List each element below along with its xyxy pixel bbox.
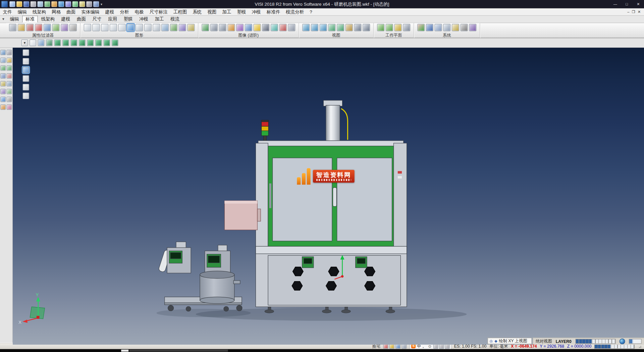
grid-tool-icon[interactable]: [0, 57, 6, 63]
trim-tool-icon[interactable]: [7, 50, 12, 55]
active-layer-label[interactable]: LAYER0: [556, 339, 572, 344]
workflow-tab[interactable]: 塑膜: [120, 16, 136, 23]
shaded-render-icon[interactable]: [202, 24, 209, 31]
pan-view-icon[interactable]: [328, 24, 335, 31]
group-tool-icon[interactable]: [7, 89, 12, 94]
select-all-filter-icon[interactable]: [22, 49, 29, 56]
filter-reset-icon[interactable]: [69, 24, 77, 31]
move-tool-icon[interactable]: [0, 65, 6, 71]
view-back-icon[interactable]: [71, 40, 77, 46]
taskbar-item[interactable]: [129, 350, 228, 352]
pump-unit-assembly[interactable]: [158, 242, 242, 311]
menu-item[interactable]: 模流分析: [283, 8, 307, 15]
help-icon[interactable]: [93, 1, 99, 7]
scale-tool-icon[interactable]: [7, 73, 12, 79]
workflow-tab[interactable]: 曲面: [73, 16, 89, 23]
workflow-tab[interactable]: 标准: [22, 16, 38, 23]
filter-layer-icon[interactable]: [44, 24, 51, 31]
select-group-filter-icon[interactable]: [22, 93, 29, 99]
layers-tool-icon[interactable]: [0, 89, 6, 94]
revolve-icon[interactable]: [179, 24, 186, 31]
transparency-icon[interactable]: [271, 24, 278, 31]
close-button[interactable]: ✕: [633, 0, 644, 8]
viewport-canvas[interactable]: Y X: [13, 48, 644, 345]
open-icon[interactable]: [16, 1, 22, 7]
draw-text-icon[interactable]: [187, 24, 195, 31]
workplane-entity-icon[interactable]: [386, 24, 393, 31]
filter-color-icon[interactable]: [52, 24, 60, 31]
menu-item[interactable]: 视图: [205, 8, 219, 15]
view-bottom-icon[interactable]: [104, 40, 110, 46]
zoom-window-icon[interactable]: [302, 24, 310, 31]
redo-icon[interactable]: [72, 1, 78, 7]
rotate-view-icon[interactable]: [337, 24, 344, 31]
wireframe-icon[interactable]: [210, 24, 218, 31]
section-view-icon[interactable]: [279, 24, 287, 31]
dimension-tool-icon[interactable]: [7, 81, 12, 86]
mdi-close-button[interactable]: ✕: [638, 10, 641, 14]
export-icon[interactable]: [58, 1, 64, 7]
plane-icon[interactable]: ◆: [494, 338, 497, 344]
absolute-view-label[interactable]: 绝对视图: [536, 339, 552, 344]
menu-item[interactable]: 系统: [190, 8, 205, 15]
menu-item[interactable]: 文件: [0, 8, 15, 15]
eraser-tool-icon[interactable]: [7, 104, 12, 110]
zoom-fit-icon[interactable]: [311, 24, 318, 31]
import-icon[interactable]: [51, 1, 57, 7]
print-preview-icon[interactable]: [37, 1, 43, 7]
menu-item[interactable]: 编辑: [15, 8, 30, 15]
lighting-icon[interactable]: [254, 24, 261, 31]
workplane-xy-icon[interactable]: [377, 24, 384, 31]
zoom-previous-icon[interactable]: [320, 24, 327, 31]
menu-item[interactable]: ?: [307, 8, 315, 15]
workflow-tab[interactable]: 应用: [105, 16, 120, 23]
texture-icon[interactable]: [245, 24, 252, 31]
copy-attributes-icon[interactable]: [18, 24, 25, 31]
draw-curve-icon[interactable]: [118, 24, 126, 31]
menu-item[interactable]: 电极: [132, 8, 147, 15]
hidden-line-icon[interactable]: [219, 24, 226, 31]
select-surface-filter-icon[interactable]: [22, 75, 29, 82]
select-view-cube-icon[interactable]: [46, 40, 53, 46]
workflow-tab[interactable]: 建模: [58, 16, 74, 23]
color-palette-icon[interactable]: [417, 24, 425, 31]
target-icon[interactable]: ◎: [490, 338, 493, 344]
draw-line-icon[interactable]: [93, 24, 100, 31]
snap-settings-icon[interactable]: [452, 24, 459, 31]
menu-item[interactable]: 曲面: [64, 8, 78, 15]
globe-icon[interactable]: [619, 339, 625, 344]
menu-item[interactable]: 尺寸标注: [147, 8, 170, 15]
qat-overflow-caret[interactable]: ▾: [101, 2, 102, 6]
new-doc-icon[interactable]: [9, 1, 15, 7]
settings-icon[interactable]: [86, 1, 92, 7]
draw-cone-icon[interactable]: [153, 24, 160, 31]
calc-tool-icon[interactable]: [7, 97, 12, 102]
menu-item[interactable]: 冲模: [249, 8, 264, 15]
save-icon[interactable]: [23, 1, 29, 7]
view-front-icon[interactable]: [62, 40, 69, 46]
view-top-icon[interactable]: [95, 40, 102, 46]
dynamic-render-icon[interactable]: [227, 24, 235, 31]
grid-display-icon[interactable]: [443, 24, 450, 31]
select-point-filter-icon[interactable]: [22, 58, 29, 65]
attributes-icon[interactable]: [9, 24, 16, 31]
minimize-button[interactable]: —: [609, 0, 621, 8]
refresh-view-icon[interactable]: [354, 24, 362, 31]
info-tool-icon[interactable]: [0, 97, 6, 102]
extrude-icon[interactable]: [170, 24, 177, 31]
display-mode-icon[interactable]: [426, 24, 433, 31]
multi-view-icon[interactable]: [363, 24, 370, 31]
draw-block-icon[interactable]: [161, 24, 169, 31]
pixel-grid-icon[interactable]: [461, 24, 468, 31]
draw-sphere-icon[interactable]: [144, 24, 152, 31]
menu-item[interactable]: 建模: [102, 8, 117, 15]
draw-point-icon[interactable]: [84, 24, 91, 31]
workplane-3points-icon[interactable]: [394, 24, 402, 31]
select-curve-filter-icon[interactable]: [22, 67, 29, 73]
view-left-icon[interactable]: [79, 40, 86, 46]
mdi-restore-button[interactable]: ❐: [632, 10, 635, 14]
draw-arc-icon[interactable]: [110, 24, 117, 31]
workflow-tab[interactable]: 尺寸: [89, 16, 105, 23]
view-axonometric-icon[interactable]: [112, 40, 118, 46]
select-solid-filter-icon[interactable]: [22, 84, 29, 91]
